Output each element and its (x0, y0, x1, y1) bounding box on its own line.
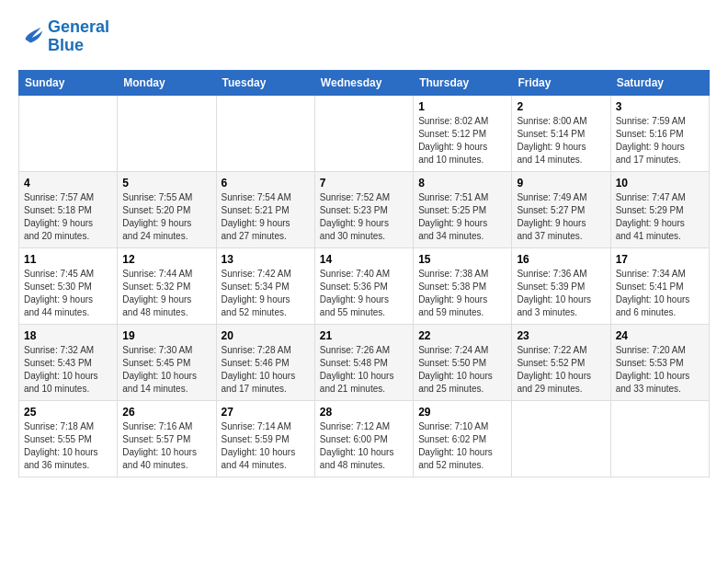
calendar-cell: 7Sunrise: 7:52 AM Sunset: 5:23 PM Daylig… (314, 171, 413, 247)
weekday-header-row: SundayMondayTuesdayWednesdayThursdayFrid… (19, 70, 710, 95)
day-number: 2 (517, 100, 605, 113)
day-info: Sunrise: 7:45 AM Sunset: 5:30 PM Dayligh… (24, 268, 112, 319)
day-number: 1 (418, 100, 506, 113)
calendar-cell: 11Sunrise: 7:45 AM Sunset: 5:30 PM Dayli… (19, 247, 118, 324)
calendar-cell (314, 95, 413, 171)
calendar-cell (19, 95, 118, 171)
weekday-header-friday: Friday (512, 70, 610, 95)
calendar-cell: 23Sunrise: 7:22 AM Sunset: 5:52 PM Dayli… (512, 324, 610, 400)
weekday-header-wednesday: Wednesday (314, 70, 413, 95)
day-info: Sunrise: 7:42 AM Sunset: 5:34 PM Dayligh… (222, 268, 310, 319)
day-info: Sunrise: 7:40 AM Sunset: 5:36 PM Dayligh… (320, 268, 408, 319)
calendar-table: SundayMondayTuesdayWednesdayThursdayFrid… (18, 70, 710, 477)
weekday-header-sunday: Sunday (19, 70, 118, 95)
calendar-cell: 6Sunrise: 7:54 AM Sunset: 5:21 PM Daylig… (216, 171, 314, 247)
calendar-cell: 25Sunrise: 7:18 AM Sunset: 5:55 PM Dayli… (19, 400, 118, 477)
calendar-cell: 19Sunrise: 7:30 AM Sunset: 5:45 PM Dayli… (118, 324, 216, 400)
day-info: Sunrise: 7:34 AM Sunset: 5:41 PM Dayligh… (616, 268, 704, 319)
day-info: Sunrise: 8:02 AM Sunset: 5:12 PM Dayligh… (418, 115, 506, 167)
calendar-cell: 28Sunrise: 7:12 AM Sunset: 6:00 PM Dayli… (314, 400, 413, 477)
logo: General Blue (18, 18, 109, 55)
calendar-cell: 3Sunrise: 7:59 AM Sunset: 5:16 PM Daylig… (610, 95, 709, 171)
day-number: 15 (418, 253, 506, 266)
day-info: Sunrise: 7:16 AM Sunset: 5:57 PM Dayligh… (122, 420, 210, 472)
calendar-week-row: 18Sunrise: 7:32 AM Sunset: 5:43 PM Dayli… (19, 324, 710, 400)
weekday-header-tuesday: Tuesday (216, 70, 314, 95)
day-info: Sunrise: 7:57 AM Sunset: 5:18 PM Dayligh… (24, 191, 112, 243)
page-header: General Blue (18, 18, 710, 55)
calendar-week-row: 4Sunrise: 7:57 AM Sunset: 5:18 PM Daylig… (19, 171, 710, 247)
day-info: Sunrise: 7:44 AM Sunset: 5:32 PM Dayligh… (122, 268, 210, 319)
day-number: 29 (418, 406, 506, 419)
calendar-week-row: 25Sunrise: 7:18 AM Sunset: 5:55 PM Dayli… (19, 400, 710, 477)
day-number: 13 (222, 253, 310, 266)
calendar-week-row: 1Sunrise: 8:02 AM Sunset: 5:12 PM Daylig… (19, 95, 710, 171)
day-info: Sunrise: 7:36 AM Sunset: 5:39 PM Dayligh… (517, 268, 605, 319)
day-info: Sunrise: 7:22 AM Sunset: 5:52 PM Dayligh… (517, 344, 605, 396)
day-info: Sunrise: 7:28 AM Sunset: 5:46 PM Dayligh… (222, 344, 310, 396)
day-number: 27 (222, 406, 310, 419)
calendar-cell: 13Sunrise: 7:42 AM Sunset: 5:34 PM Dayli… (216, 247, 314, 324)
day-number: 17 (616, 253, 704, 266)
day-info: Sunrise: 7:52 AM Sunset: 5:23 PM Dayligh… (320, 191, 408, 243)
day-number: 4 (24, 177, 112, 190)
calendar-cell: 15Sunrise: 7:38 AM Sunset: 5:38 PM Dayli… (414, 247, 512, 324)
day-info: Sunrise: 7:32 AM Sunset: 5:43 PM Dayligh… (24, 344, 112, 396)
calendar-cell: 27Sunrise: 7:14 AM Sunset: 5:59 PM Dayli… (216, 400, 314, 477)
day-number: 16 (517, 253, 605, 266)
logo-text: General Blue (48, 18, 109, 55)
calendar-cell: 22Sunrise: 7:24 AM Sunset: 5:50 PM Dayli… (414, 324, 512, 400)
calendar-cell (512, 400, 610, 477)
calendar-cell (118, 95, 216, 171)
day-number: 10 (616, 177, 704, 190)
calendar-cell: 18Sunrise: 7:32 AM Sunset: 5:43 PM Dayli… (19, 324, 118, 400)
calendar-cell: 8Sunrise: 7:51 AM Sunset: 5:25 PM Daylig… (414, 171, 512, 247)
day-info: Sunrise: 7:49 AM Sunset: 5:27 PM Dayligh… (517, 191, 605, 243)
weekday-header-monday: Monday (118, 70, 216, 95)
calendar-cell: 16Sunrise: 7:36 AM Sunset: 5:39 PM Dayli… (512, 247, 610, 324)
day-number: 22 (418, 329, 506, 342)
day-info: Sunrise: 7:30 AM Sunset: 5:45 PM Dayligh… (122, 344, 210, 396)
day-number: 7 (320, 177, 408, 190)
calendar-cell: 5Sunrise: 7:55 AM Sunset: 5:20 PM Daylig… (118, 171, 216, 247)
day-number: 8 (418, 177, 506, 190)
day-number: 26 (122, 406, 210, 419)
day-info: Sunrise: 7:12 AM Sunset: 6:00 PM Dayligh… (320, 420, 408, 472)
calendar-body: 1Sunrise: 8:02 AM Sunset: 5:12 PM Daylig… (19, 95, 710, 477)
calendar-cell: 26Sunrise: 7:16 AM Sunset: 5:57 PM Dayli… (118, 400, 216, 477)
calendar-cell: 14Sunrise: 7:40 AM Sunset: 5:36 PM Dayli… (314, 247, 413, 324)
calendar-cell: 4Sunrise: 7:57 AM Sunset: 5:18 PM Daylig… (19, 171, 118, 247)
calendar-cell: 2Sunrise: 8:00 AM Sunset: 5:14 PM Daylig… (512, 95, 610, 171)
day-info: Sunrise: 8:00 AM Sunset: 5:14 PM Dayligh… (517, 115, 605, 167)
day-number: 9 (517, 177, 605, 190)
day-info: Sunrise: 7:26 AM Sunset: 5:48 PM Dayligh… (320, 344, 408, 396)
calendar-cell: 24Sunrise: 7:20 AM Sunset: 5:53 PM Dayli… (610, 324, 709, 400)
day-number: 24 (616, 329, 704, 342)
calendar-cell: 9Sunrise: 7:49 AM Sunset: 5:27 PM Daylig… (512, 171, 610, 247)
day-number: 28 (320, 406, 408, 419)
calendar-week-row: 11Sunrise: 7:45 AM Sunset: 5:30 PM Dayli… (19, 247, 710, 324)
calendar-cell: 21Sunrise: 7:26 AM Sunset: 5:48 PM Dayli… (314, 324, 413, 400)
day-info: Sunrise: 7:55 AM Sunset: 5:20 PM Dayligh… (122, 191, 210, 243)
day-info: Sunrise: 7:24 AM Sunset: 5:50 PM Dayligh… (418, 344, 506, 396)
day-number: 23 (517, 329, 605, 342)
day-info: Sunrise: 7:18 AM Sunset: 5:55 PM Dayligh… (24, 420, 112, 472)
logo-icon (18, 24, 44, 50)
calendar-cell: 1Sunrise: 8:02 AM Sunset: 5:12 PM Daylig… (414, 95, 512, 171)
day-info: Sunrise: 7:14 AM Sunset: 5:59 PM Dayligh… (222, 420, 310, 472)
calendar-cell: 29Sunrise: 7:10 AM Sunset: 6:02 PM Dayli… (414, 400, 512, 477)
day-number: 3 (616, 100, 704, 113)
day-number: 20 (222, 329, 310, 342)
calendar-header: SundayMondayTuesdayWednesdayThursdayFrid… (19, 70, 710, 95)
weekday-header-thursday: Thursday (414, 70, 512, 95)
day-number: 19 (122, 329, 210, 342)
day-info: Sunrise: 7:54 AM Sunset: 5:21 PM Dayligh… (222, 191, 310, 243)
day-info: Sunrise: 7:10 AM Sunset: 6:02 PM Dayligh… (418, 420, 506, 472)
day-info: Sunrise: 7:59 AM Sunset: 5:16 PM Dayligh… (616, 115, 704, 167)
day-number: 18 (24, 329, 112, 342)
calendar-cell: 12Sunrise: 7:44 AM Sunset: 5:32 PM Dayli… (118, 247, 216, 324)
calendar-cell (610, 400, 709, 477)
day-info: Sunrise: 7:51 AM Sunset: 5:25 PM Dayligh… (418, 191, 506, 243)
day-number: 25 (24, 406, 112, 419)
day-number: 12 (122, 253, 210, 266)
